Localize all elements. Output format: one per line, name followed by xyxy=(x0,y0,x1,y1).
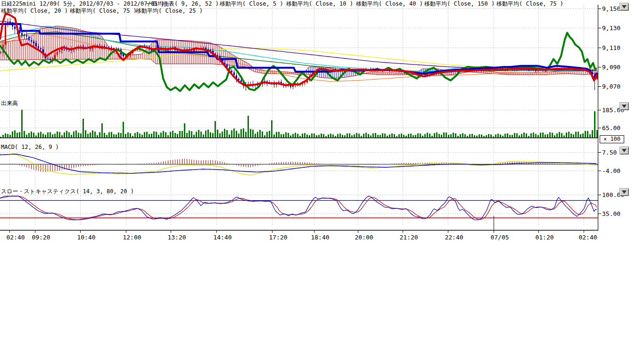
legend-ichimoku: 一目均衡表( 9, 26, 52 ) xyxy=(146,0,219,7)
time-label: 07/05 xyxy=(490,234,509,241)
price-panel-dropdown-button[interactable] xyxy=(619,3,629,11)
triangle-down-icon xyxy=(622,190,627,194)
legend-ma-close-75b: 移動平均( Close, 75 ) xyxy=(70,8,137,14)
legend-ma-close-75: 移動平均( Close, 75 ) xyxy=(496,0,563,7)
time-label: 20:00 xyxy=(355,234,373,241)
price-tick-label: 9,130 xyxy=(602,25,620,32)
time-label: 21:20 xyxy=(399,234,418,241)
price-tick-label: 9,110 xyxy=(602,44,620,51)
legend-ma-close-5: 移動平均( Close, 5 ) xyxy=(220,0,283,7)
price-tick-label: 9,070 xyxy=(602,83,620,90)
macd-tick-label: -4.00 xyxy=(602,167,620,174)
legend-instrument: 日経225mini 12/09( 5分, 2012/07/03 - 2012/0… xyxy=(1,0,165,7)
time-label: 18:40 xyxy=(311,234,329,241)
time-label: 09:20 xyxy=(32,234,50,241)
chart-canvas[interactable] xyxy=(0,0,644,245)
macd-panel-dropdown-button[interactable] xyxy=(619,147,629,155)
macd-tick-label: 7.50 xyxy=(602,149,617,156)
legend-ma-close-150: 移動平均( Close, 150 ) xyxy=(424,0,495,7)
price-tick-label: 9,090 xyxy=(602,64,620,71)
legend-ma-close-20: 移動平均( Close, 20 ) xyxy=(1,8,68,14)
time-label: 12:00 xyxy=(123,234,141,241)
volume-panel-dropdown-button[interactable] xyxy=(619,102,629,110)
time-label: 13:20 xyxy=(167,234,186,241)
chart-application-window: 日経225mini 12/09( 5分, 2012/07/03 - 2012/0… xyxy=(0,0,644,362)
time-label: 10:40 xyxy=(77,234,95,241)
legend-ma-close-25: 移動平均( Close, 25 ) xyxy=(136,8,203,14)
time-label: 22:40 xyxy=(445,234,463,241)
price-tick-label: 9,150 xyxy=(602,5,620,12)
legend-ma-close-10: 移動平均( Close, 10 ) xyxy=(286,0,353,7)
stoch-tick-label: 35.00 xyxy=(602,210,620,217)
triangle-down-icon xyxy=(622,105,627,108)
stochastics-panel-title: スロー・ストキャスティクス( 14, 3, 80, 20 ) xyxy=(1,188,134,196)
volume-multiplier-badge: × 100 xyxy=(600,135,624,143)
volume-panel-title: 出来高 xyxy=(1,99,18,107)
time-label: 14:40 xyxy=(213,234,231,241)
macd-panel-title: MACD( 12, 26, 9 ) xyxy=(1,144,59,150)
time-label: 02:40 xyxy=(578,234,597,241)
time-label: 17:20 xyxy=(269,234,287,241)
triangle-down-icon xyxy=(622,5,627,8)
volume-tick-label: 65.00 xyxy=(602,124,620,132)
stochastics-panel-dropdown-button[interactable] xyxy=(619,188,629,196)
legend-ma-close-40: 移動平均( Close, 40 ) xyxy=(356,0,423,7)
time-label: 01:20 xyxy=(535,234,553,241)
triangle-down-icon xyxy=(622,149,627,152)
time-label: 02:40 xyxy=(6,234,25,241)
